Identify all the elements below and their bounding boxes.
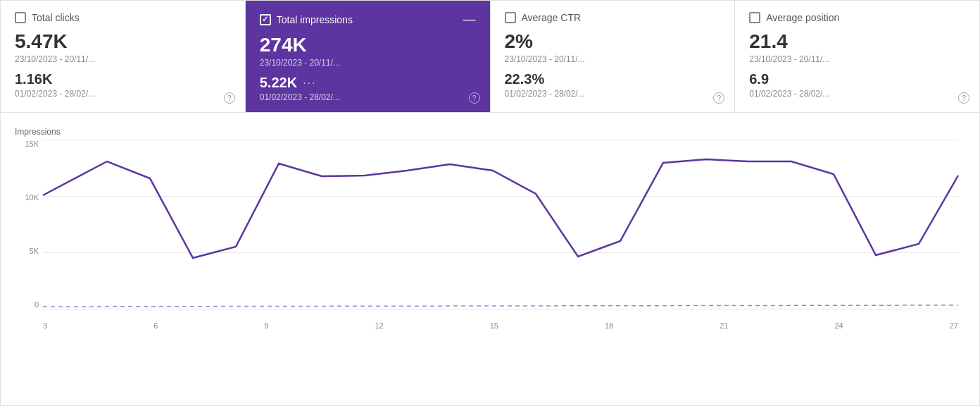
y-label-10k: 10K [25,193,39,202]
value-large-total-clicks: 5.47K [15,30,231,53]
x-label-27: 27 [950,321,958,330]
value-small-average-position: 6.9 [749,71,965,87]
card-total-clicks[interactable]: Total clicks 5.47K 23/10/2023 - 20/11/..… [1,1,246,112]
card-header-total-clicks: Total clicks [15,12,231,23]
x-label-3: 3 [43,321,47,330]
value-large-total-impressions: 274K [260,34,476,56]
card-header-average-ctr: Average CTR [505,12,721,23]
date-large-average-position: 23/10/2023 - 20/11/... [749,54,965,64]
y-label-0: 0 [34,300,39,309]
help-icon-average-position[interactable]: ? [958,92,969,104]
checkbox-total-clicks[interactable] [15,12,26,23]
help-icon-total-impressions[interactable]: ? [469,92,480,104]
card-average-ctr[interactable]: Average CTR 2% 23/10/2023 - 20/11/... 22… [491,1,736,112]
metric-cards: Total clicks 5.47K 23/10/2023 - 20/11/..… [1,1,979,113]
date-large-total-impressions: 23/10/2023 - 20/11/... [260,58,476,68]
card-title-total-clicks: Total clicks [32,12,80,23]
card-average-position[interactable]: Average position 21.4 23/10/2023 - 20/11… [735,1,979,112]
x-label-12: 12 [375,321,383,330]
chart-inner [43,140,958,309]
value-small-total-clicks: 1.16K [15,71,231,87]
chart-container: 15K 10K 5K 0 [15,140,965,330]
x-label-9: 9 [264,321,268,330]
chart-y-label: Impressions [15,127,965,137]
help-icon-average-ctr[interactable]: ? [713,92,724,104]
clicks-line [43,305,958,307]
x-axis: 3 6 9 12 15 18 21 24 27 [43,321,958,330]
x-label-21: 21 [720,321,728,330]
value-large-average-ctr: 2% [505,30,721,53]
date-large-total-clicks: 23/10/2023 - 20/11/... [15,54,231,64]
card-header-average-position: Average position [749,12,965,23]
checkbox-average-ctr[interactable] [505,12,516,23]
card-indicator-total-impressions: — [463,12,476,27]
value-small-average-ctr: 22.3% [505,71,721,87]
help-icon-total-clicks[interactable]: ? [224,92,235,104]
date-large-average-ctr: 23/10/2023 - 20/11/... [505,54,721,64]
chart-area: Impressions 15K 10K 5K 0 [1,113,979,405]
x-label-18: 18 [605,321,613,330]
x-label-6: 6 [153,321,158,330]
impressions-line [43,159,958,258]
checkbox-total-impressions[interactable] [260,14,271,25]
card-title-average-position: Average position [766,12,839,23]
dashboard: Total clicks 5.47K 23/10/2023 - 20/11/..… [0,0,980,406]
card-indicator2-total-impressions: ··· [303,77,316,90]
date-small-total-clicks: 01/02/2023 - 28/02/... [15,89,231,99]
x-label-15: 15 [490,321,498,330]
checkbox-average-position[interactable] [749,12,760,23]
x-label-24: 24 [834,321,843,330]
y-label-15k: 15K [25,140,39,148]
y-axis: 15K 10K 5K 0 [15,140,43,309]
card-title-total-impressions: Total impressions [277,14,353,25]
date-small-total-impressions: 01/02/2023 - 28/02/... [260,92,476,102]
card-total-impressions[interactable]: Total impressions — 274K 23/10/2023 - 20… [246,1,491,112]
grid-line-0 [43,309,958,309]
value-large-average-position: 21.4 [749,30,965,53]
chart-svg [43,140,958,309]
card-title-average-ctr: Average CTR [522,12,582,23]
date-small-average-position: 01/02/2023 - 28/02/... [749,89,965,99]
y-label-5k: 5K [30,247,39,255]
card-header-total-impressions: Total impressions — [260,12,476,27]
value-small-total-impressions: 5.22K [260,75,297,91]
date-small-average-ctr: 01/02/2023 - 28/02/... [505,89,721,99]
